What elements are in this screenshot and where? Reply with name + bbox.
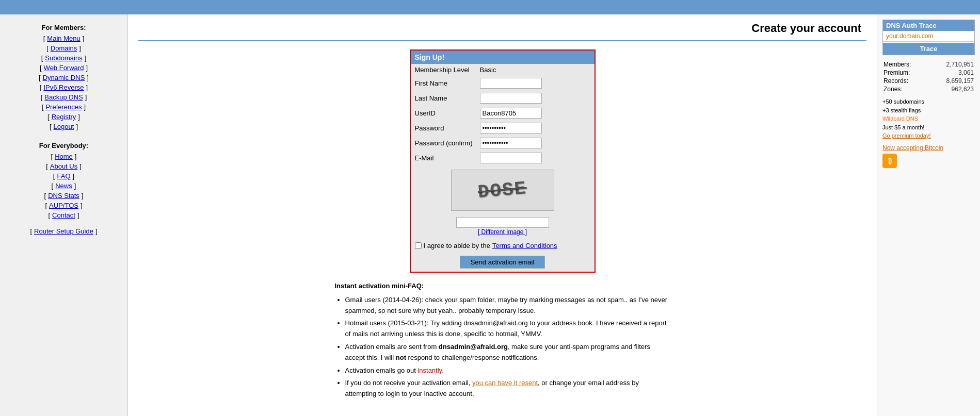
faq-list: Gmail users (2014-04-26): check your spa… <box>335 295 670 400</box>
password-confirm-input[interactable] <box>480 138 542 148</box>
premium-promo: +50 subdomains +3 stealth flags Wildcard… <box>882 97 975 140</box>
everybody-nav: [ Home ][ About Us ][ FAQ ][ News ][ DNS… <box>0 152 127 220</box>
submit-row: Send activation email <box>411 253 595 272</box>
faq-item-4: Activation emails go out instantly. <box>345 365 670 376</box>
premium-stat-value: 3,061 <box>928 69 975 77</box>
records-stat-row: Records: 8,659,157 <box>882 77 975 85</box>
userid-input[interactable] <box>480 108 542 119</box>
bitcoin-link[interactable]: Now accepting Bitcoin <box>882 144 943 152</box>
faq-item-1: Gmail users (2014-04-26): check your spa… <box>345 295 670 317</box>
bracket-right: ] <box>76 113 82 121</box>
main-content: Create your account Sign Up! Membership … <box>128 14 877 416</box>
members-stat-row: Members: 2,710,951 <box>882 60 975 69</box>
sidebar-member-link[interactable]: Main Menu <box>47 35 80 42</box>
bracket-right: ] <box>72 182 78 190</box>
faq-title: Instant activation mini-FAQ: <box>335 281 670 292</box>
bitcoin-icon[interactable]: ₿ <box>882 154 897 168</box>
members-stat-value: 2,710,951 <box>928 60 975 69</box>
password-confirm-label: Password (confirm) <box>411 136 478 151</box>
submit-button[interactable]: Send activation email <box>460 256 545 269</box>
page-title: Create your account <box>138 20 866 41</box>
bracket-left: [ <box>44 162 50 170</box>
everybody-section-title: For Everybody: <box>0 138 127 152</box>
agree-text: I agree to abide by the <box>424 242 490 249</box>
userid-row: UserID <box>411 106 595 121</box>
bracket-left: [ <box>42 192 49 199</box>
sidebar-member-link[interactable]: Dynamic DNS <box>43 74 85 81</box>
zones-stat-value: 962,623 <box>928 85 975 93</box>
sidebar-everybody-link[interactable]: FAQ <box>57 172 70 180</box>
sidebar-everybody-link[interactable]: Contact <box>52 211 75 219</box>
bracket-left: [ <box>49 153 55 160</box>
form-table: Membership Level Basic First Name Last N… <box>411 64 595 239</box>
faq-item-3: Activation emails are sent from dnsadmin… <box>345 342 670 363</box>
zones-stat-label: Zones: <box>882 85 928 93</box>
sidebar-everybody-link[interactable]: About Us <box>50 162 77 170</box>
premium-stat-row: Premium: 3,061 <box>882 69 975 77</box>
agree-checkbox[interactable] <box>415 242 422 249</box>
router-setup-link[interactable]: Router Setup Guide <box>34 227 93 235</box>
top-bar <box>0 0 980 14</box>
go-premium-link[interactable]: Go premium today! <box>882 132 931 139</box>
bracket-left: [ <box>41 35 47 42</box>
last-name-input[interactable] <box>480 93 542 104</box>
signup-header: Sign Up! <box>411 51 595 64</box>
bracket-right: ] <box>83 54 89 62</box>
trace-button[interactable]: Trace <box>883 43 974 55</box>
bracket-right: ] <box>73 153 79 160</box>
bracket-left: [ <box>28 227 34 235</box>
email-input[interactable] <box>480 153 542 163</box>
bitcoin-section: Now accepting Bitcoin ₿ <box>882 144 975 168</box>
last-name-label: Last Name <box>411 91 478 106</box>
captcha-input-row: [ Different Image ] <box>411 215 595 239</box>
bracket-right: ] <box>84 64 90 72</box>
records-stat-label: Records: <box>882 77 928 85</box>
terms-link[interactable]: Terms and Conditions <box>492 242 557 249</box>
captcha-input[interactable] <box>456 217 549 228</box>
dns-trace-input[interactable] <box>883 31 974 42</box>
bracket-right: ] <box>83 93 89 101</box>
sidebar-everybody-link[interactable]: DNS Stats <box>48 192 79 199</box>
wildcard-text: Wildcard DNS <box>882 115 918 122</box>
sidebar-member-link[interactable]: Preferences <box>45 103 82 111</box>
sidebar-member-link[interactable]: Registry <box>52 113 76 121</box>
bracket-left: [ <box>39 54 45 62</box>
bracket-left: [ <box>45 113 52 121</box>
first-name-input[interactable] <box>480 78 542 89</box>
sidebar-member-link[interactable]: Subdomains <box>45 54 82 62</box>
faq-item-5: If you do not receive your activation em… <box>345 378 670 400</box>
resent-link[interactable]: you can have it resent <box>472 379 538 387</box>
sidebar-member-link[interactable]: Logout <box>54 123 74 130</box>
members-stat-label: Members: <box>882 60 928 69</box>
membership-label: Membership Level <box>411 64 478 76</box>
different-image-link[interactable]: [ Different Image ] <box>478 228 527 236</box>
first-name-row: First Name <box>411 76 595 91</box>
sidebar-everybody-link[interactable]: News <box>55 182 72 190</box>
bracket-left: [ <box>37 74 43 81</box>
membership-level-row: Membership Level Basic <box>411 64 595 76</box>
sidebar-everybody-link[interactable]: AUP/TOS <box>49 202 78 209</box>
sidebar-everybody-link[interactable]: Home <box>55 153 73 160</box>
promo-line1: +50 subdomains <box>882 97 975 106</box>
userid-label: UserID <box>411 106 478 121</box>
first-name-label: First Name <box>411 76 478 91</box>
last-name-row: Last Name <box>411 91 595 106</box>
not-bold: not <box>396 354 406 361</box>
sidebar-member-link[interactable]: IPv6 Reverse <box>43 84 84 91</box>
password-row: Password <box>411 121 595 136</box>
bracket-left: [ <box>39 93 45 101</box>
sidebar-member-link[interactable]: Domains <box>51 44 77 52</box>
stats-table: Members: 2,710,951 Premium: 3,061 Record… <box>882 60 975 93</box>
promo-line4: Just $5 a month! <box>882 123 975 132</box>
captcha-image: DOSE <box>451 170 554 211</box>
sidebar-member-link[interactable]: Web Forward <box>44 64 84 72</box>
email-row: E-Mail <box>411 151 595 165</box>
bracket-left: [ <box>38 64 44 72</box>
zones-stat-row: Zones: 962,623 <box>882 85 975 93</box>
bracket-right: ] <box>77 44 83 52</box>
password-input[interactable] <box>480 123 542 134</box>
password-confirm-row: Password (confirm) <box>411 136 595 151</box>
sidebar-member-link[interactable]: Backup DNS <box>44 93 83 101</box>
bracket-right: ] <box>78 202 85 209</box>
instantly-text: instantly <box>417 367 442 374</box>
